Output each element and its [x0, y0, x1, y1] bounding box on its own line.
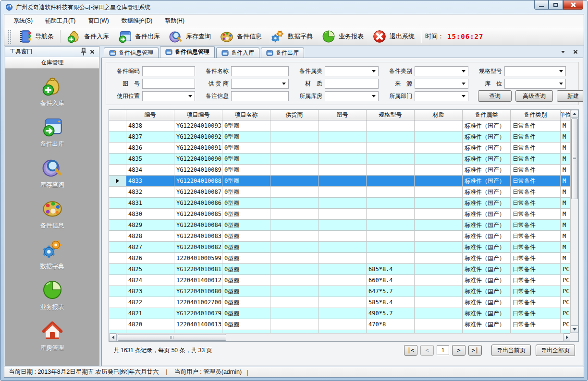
sidebar-item-business-report[interactable]: 业务报表	[40, 279, 64, 311]
tab-list-dropdown-icon[interactable]	[559, 48, 567, 56]
toolbar-button-navbar[interactable]: 导航条	[13, 28, 58, 45]
scroll-right-icon[interactable]	[563, 333, 571, 341]
sidebar-item-stock-out[interactable]: 备件出库	[40, 116, 64, 148]
toolbar-button-business-report[interactable]: 业务报表	[317, 28, 368, 45]
dock-close-icon[interactable]	[88, 48, 97, 56]
table-row-4833[interactable]: 4833YG122040100880型圈标准件（国产）日常备件M	[109, 176, 570, 187]
export-all-pages-button[interactable]: 导出全部页	[536, 345, 575, 356]
menu-item-5[interactable]: 帮助(H)	[160, 15, 189, 27]
maximize-button[interactable]	[549, 0, 563, 10]
dropdown-0-4[interactable]	[504, 66, 566, 76]
cell-4829-9: 日常备件	[511, 220, 561, 230]
table-row-4834[interactable]: 4834YG122040100890型圈标准件（国产）日常备件M	[109, 165, 570, 176]
table-row-4823[interactable]: 4823YG122040100800型圈647*5.7标准件（国产）日常备件PC	[109, 286, 570, 297]
table-row-4824[interactable]: 482412204014000120型圈660*8.4标准件（国产）日常备件PC	[109, 275, 570, 286]
sidebar-item-warehouse-mgmt[interactable]: 库房管理	[40, 320, 64, 352]
toolbar-grip-handle[interactable]	[8, 29, 11, 44]
column-header-5[interactable]: 图号	[318, 110, 367, 120]
table-row-4828[interactable]: 4828YG122040100830型圈标准件（国产）日常备件M	[109, 231, 570, 242]
vertical-scrollbar-thumb[interactable]	[571, 119, 578, 199]
tab-close-icon[interactable]	[572, 48, 579, 56]
tab-2-active[interactable]: 备件信息管理	[160, 46, 215, 58]
horizontal-scrollbar-thumb[interactable]	[118, 334, 226, 341]
status-user: 当前用户 : 管理员(admin)	[174, 368, 242, 376]
dropdown-2-3[interactable]	[415, 91, 468, 101]
input-0-0[interactable]	[142, 66, 195, 76]
sidebar-item-stock-in[interactable]: 备件入库	[40, 75, 64, 107]
table-row-4831[interactable]: 4831YG122040100860型圈标准件（国产）日常备件M	[109, 198, 570, 209]
page-number-input[interactable]: 1	[437, 345, 449, 355]
table-row-4829[interactable]: 4829YG122040100840型圈标准件（国产）日常备件M	[109, 220, 570, 231]
menu-item-4[interactable]: 数据维护(D)	[117, 15, 157, 27]
input-0-1[interactable]	[231, 66, 289, 76]
dropdown-0-2[interactable]	[325, 66, 379, 76]
sidebar-item-inventory-query[interactable]: 库存查询	[40, 156, 64, 189]
column-header-4[interactable]: 供货商	[270, 110, 318, 120]
menu-item-2[interactable]: 辅助工具(T)	[41, 15, 80, 27]
toolbar-button-exit-system[interactable]: 退出系统	[368, 28, 419, 45]
new-button[interactable]: 新建	[557, 90, 583, 102]
input-2-1[interactable]	[231, 91, 289, 101]
exit-icon	[372, 29, 387, 44]
query-button[interactable]: 查询	[478, 90, 512, 102]
vertical-scrollbar[interactable]	[570, 110, 578, 333]
table-row-4821[interactable]: 4821YG122040100790型圈490*5.7标准件（国产）日常备件PC	[109, 308, 570, 319]
dropdown-0-3[interactable]	[415, 66, 468, 76]
column-header-8[interactable]: 备件属类	[463, 110, 511, 120]
tab-4[interactable]: 备件出库	[261, 48, 304, 58]
last-page-button[interactable]: >|	[468, 345, 482, 356]
toolbar-button-data-dictionary[interactable]: 数据字典	[266, 28, 317, 45]
table-row-4835[interactable]: 4835YG122040100900型圈标准件（国产）日常备件M	[109, 154, 570, 165]
table-row-4820[interactable]: 482012204014000130型圈470*8标准件（国产）日常备件PC	[109, 319, 570, 330]
titlebar[interactable]: 广州爱奇迪软件科技有限公司-深田之星仓库管理系统	[0, 0, 588, 14]
toolbar-button-stock-in[interactable]: 备件入库	[62, 28, 113, 45]
table-row-4836[interactable]: 4836YG122040100910型圈标准件（国产）日常备件M	[109, 143, 570, 154]
table-row-4826[interactable]: 482612204010005990型圈标准件（国产）日常备件M	[109, 253, 570, 264]
menu-item-1[interactable]: 系统(S)	[9, 15, 37, 27]
column-header-9[interactable]: 备件类别	[511, 110, 561, 120]
input-1-0[interactable]	[142, 79, 195, 89]
prev-page-button[interactable]: <	[420, 345, 434, 356]
horizontal-scrollbar[interactable]	[109, 333, 571, 341]
table-row-4837[interactable]: 4837YG122040100920型圈标准件（国产）日常备件M	[109, 131, 570, 143]
cell-4835-9: 日常备件	[511, 154, 561, 164]
scroll-up-icon[interactable]	[571, 110, 578, 118]
table-row-4832[interactable]: 4832YG122040100870型圈标准件（国产）日常备件M	[109, 187, 570, 198]
toolbar-button-parts-info[interactable]: 备件信息	[215, 28, 266, 45]
column-header-2[interactable]: 项目编号	[174, 110, 222, 120]
column-header-10[interactable]: 单位	[561, 110, 570, 120]
tab-3[interactable]: 备件入库	[216, 48, 259, 58]
table-row-4838[interactable]: 4838YG122040100930型圈标准件（国产）日常备件M	[109, 120, 570, 131]
minimize-button[interactable]	[534, 0, 549, 10]
cell-4823-3: 0型圈	[222, 286, 270, 297]
toolbar-button-stock-out[interactable]: 备件出库	[113, 28, 164, 45]
dropdown-2-0[interactable]	[142, 91, 195, 101]
menu-item-3[interactable]: 窗口(W)	[84, 15, 113, 27]
close-button[interactable]	[563, 0, 583, 10]
first-page-button[interactable]: |<	[404, 345, 417, 356]
table-row-4825[interactable]: 4825YG122040100810型圈685*8.4标准件（国产）日常备件PC	[109, 264, 570, 275]
scroll-left-icon[interactable]	[109, 333, 117, 341]
column-header-6[interactable]: 规格型号	[367, 110, 415, 120]
column-header-7[interactable]: 材质	[415, 110, 463, 120]
minimize-icon	[539, 6, 544, 7]
table-row-4822[interactable]: 482212204010027000型圈585*8.4标准件（国产）日常备件PC	[109, 297, 570, 308]
pin-icon[interactable]	[79, 48, 88, 56]
table-row-4827[interactable]: 4827YG122040100820型圈标准件（国产）日常备件M	[109, 242, 570, 253]
next-page-button[interactable]: >	[452, 345, 466, 356]
sidebar-item-parts-info[interactable]: 备件信息	[40, 197, 64, 230]
dropdown-2-2[interactable]	[325, 91, 379, 101]
dropdown-1-3[interactable]	[415, 79, 468, 89]
column-header-1[interactable]: 编号	[126, 110, 174, 120]
table-row-4830[interactable]: 4830YG122040100850型圈标准件（国产）日常备件M	[109, 209, 570, 220]
advanced-query-button[interactable]: 高级查询	[515, 90, 553, 102]
export-current-page-button[interactable]: 导出当前页	[491, 345, 531, 356]
sidebar-item-data-dictionary[interactable]: 数据字典	[40, 238, 64, 271]
dropdown-1-4[interactable]	[504, 79, 566, 89]
input-1-2[interactable]	[325, 79, 379, 89]
tab-1[interactable]: 备件信息管理	[104, 48, 159, 58]
scroll-down-icon[interactable]	[571, 325, 578, 333]
column-header-3[interactable]: 项目名称	[222, 110, 270, 120]
dropdown-1-1[interactable]	[231, 79, 289, 89]
toolbar-button-inventory-query[interactable]: 库存查询	[164, 28, 215, 45]
